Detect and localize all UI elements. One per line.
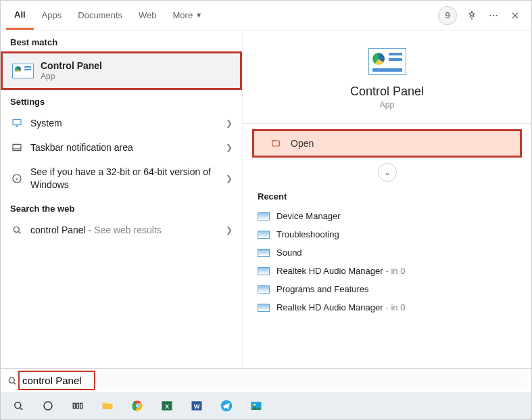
detail-header: Control Panel App (243, 30, 531, 119)
taskbar-icon (10, 142, 24, 153)
search-row (1, 368, 531, 392)
chevron-down-icon: ▼ (195, 11, 202, 19)
svg-point-0 (489, 14, 491, 16)
search-icon (5, 375, 20, 386)
detail-panel: Control Panel App Open ⌄ Recent Device M… (242, 30, 531, 368)
taskbar-chrome-button[interactable] (124, 394, 151, 417)
search-icon (10, 225, 24, 235)
settings-item-label: See if you have a 32-bit or 64-bit versi… (30, 166, 226, 190)
best-match-item[interactable]: Control Panel App (1, 51, 242, 90)
svg-rect-3 (13, 120, 21, 125)
tabs-row: All Apps Documents Web More ▼ 9 (1, 1, 531, 30)
tab-all[interactable]: All (6, 1, 34, 30)
divider (243, 123, 531, 124)
options-icon[interactable] (483, 5, 504, 26)
recent-item[interactable]: Device Manager (243, 207, 531, 225)
best-match-subtitle: App (41, 72, 102, 81)
results-panel: Best match Control Panel App Settings Sy… (1, 30, 242, 368)
open-icon (269, 138, 283, 149)
control-panel-item-icon (258, 249, 270, 257)
svg-point-6 (14, 227, 19, 232)
chevron-right-icon: ❯ (226, 118, 233, 128)
section-best-match: Best match (1, 30, 242, 51)
svg-rect-7 (272, 141, 280, 146)
control-panel-item-icon (258, 304, 270, 312)
close-icon[interactable] (504, 5, 526, 26)
best-match-title: Control Panel (41, 60, 102, 71)
control-panel-icon (12, 64, 34, 78)
search-input-extend[interactable] (94, 372, 527, 389)
search-window: All Apps Documents Web More ▼ 9 Best mat… (0, 0, 532, 420)
svg-point-9 (15, 402, 21, 409)
svg-text:W: W (194, 403, 200, 410)
taskbar-excel-button[interactable]: X (153, 394, 180, 417)
taskbar-word-button[interactable]: W (183, 394, 210, 417)
svg-point-10 (44, 402, 52, 410)
web-search-item[interactable]: control Panel - See web results ❯ (1, 218, 242, 242)
recent-label: Programs and Features (276, 284, 369, 294)
recent-meta: - in 0 (386, 266, 406, 276)
rewards-badge[interactable]: 9 (438, 6, 457, 25)
svg-rect-12 (77, 403, 79, 409)
svg-point-16 (136, 404, 138, 406)
taskbar-search-button[interactable] (5, 394, 32, 417)
taskbar-taskview-button[interactable] (64, 394, 91, 417)
web-search-label: control Panel - See web results (30, 224, 226, 236)
recent-item[interactable]: Realtek HD Audio Manager - in 0 (243, 298, 531, 317)
settings-item-system[interactable]: System ❯ (1, 111, 242, 135)
recent-item[interactable]: Realtek HD Audio Manager - in 0 (243, 262, 531, 280)
recent-item[interactable]: Programs and Features (243, 280, 531, 298)
tab-more-label: More (173, 10, 193, 20)
taskbar-explorer-button[interactable] (94, 394, 121, 417)
recent-label: Device Manager (276, 211, 341, 221)
control-panel-item-icon (258, 231, 270, 239)
expand-button[interactable]: ⌄ (378, 163, 397, 182)
svg-point-8 (9, 377, 14, 383)
svg-point-1 (493, 14, 494, 16)
taskbar: X W (1, 392, 531, 419)
chevron-right-icon: ❯ (226, 174, 233, 183)
recent-item[interactable]: Troubleshooting (243, 225, 531, 243)
main-area: Best match Control Panel App Settings Sy… (1, 30, 531, 368)
chevron-right-icon: ❯ (226, 143, 233, 152)
recent-meta: - in 0 (386, 302, 406, 312)
section-search-web: Search the web (1, 197, 242, 218)
monitor-icon (10, 118, 24, 129)
svg-text:X: X (165, 403, 170, 410)
taskbar-photos-button[interactable] (243, 394, 270, 417)
taskbar-telegram-button[interactable] (213, 394, 240, 417)
open-label: Open (291, 138, 314, 149)
tab-web[interactable]: Web (130, 1, 165, 30)
svg-point-23 (253, 404, 256, 406)
detail-subtitle: App (380, 100, 394, 110)
info-icon (10, 173, 24, 184)
section-settings: Settings (1, 90, 242, 111)
recent-item[interactable]: Sound (243, 243, 531, 262)
chevron-right-icon: ❯ (226, 225, 233, 235)
control-panel-item-icon (258, 212, 270, 220)
control-panel-item-icon (258, 285, 270, 294)
search-input[interactable] (20, 372, 94, 389)
control-panel-icon (368, 48, 406, 75)
svg-point-2 (496, 14, 498, 16)
settings-item-taskbar[interactable]: Taskbar notification area ❯ (1, 135, 242, 160)
svg-rect-11 (73, 403, 75, 409)
open-action[interactable]: Open (252, 129, 522, 158)
expand-wrap: ⌄ (243, 158, 531, 187)
settings-item-bitness[interactable]: See if you have a 32-bit or 64-bit versi… (1, 160, 242, 196)
taskbar-cortana-button[interactable] (34, 394, 62, 417)
detail-title: Control Panel (350, 85, 424, 99)
tab-apps[interactable]: Apps (34, 1, 70, 30)
svg-rect-4 (13, 145, 21, 151)
recent-label: Sound (276, 248, 302, 258)
tab-more[interactable]: More ▼ (165, 1, 211, 30)
chevron-down-icon: ⌄ (384, 168, 391, 177)
control-panel-item-icon (258, 267, 270, 275)
settings-item-label: Taskbar notification area (30, 141, 226, 154)
svg-rect-13 (80, 403, 82, 409)
recent-label: Troubleshooting (276, 229, 339, 239)
tab-documents[interactable]: Documents (70, 1, 130, 30)
feedback-icon[interactable] (461, 5, 483, 26)
recent-label: Realtek HD Audio Manager (276, 302, 383, 312)
recent-label: Realtek HD Audio Manager (276, 266, 383, 276)
